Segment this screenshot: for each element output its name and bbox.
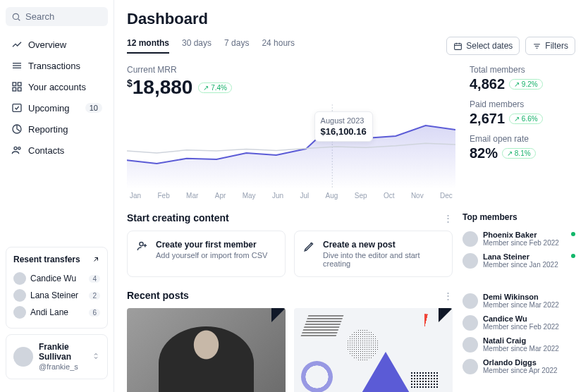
xaxis-label: Oct (384, 192, 395, 200)
svg-line-1 (18, 18, 20, 20)
member-row[interactable]: Lana SteinerMember since Jan 2022 (463, 250, 575, 271)
avatar (463, 315, 478, 331)
abstract-shape (301, 361, 333, 392)
nav-label: Contacts (28, 145, 64, 156)
sidebar-item-reporting[interactable]: Reporting (6, 119, 108, 139)
user-handle: @frankie_s (39, 362, 86, 372)
transfer-row[interactable]: Andi Lane6 (13, 304, 100, 321)
member-row[interactable]: Orlando DiggsMember since Apr 2022 (463, 355, 575, 377)
button-label: Filters (545, 41, 568, 51)
member-row[interactable]: Natali CraigMember since Mar 2022 (463, 333, 575, 355)
post-card[interactable] (294, 308, 453, 392)
search-placeholder: Search (25, 11, 54, 22)
member-since: Member since Apr 2022 (483, 367, 558, 374)
topbar: 12 months30 days7 days24 hours Select da… (127, 37, 575, 55)
abstract-shape (301, 315, 344, 336)
portrait-image (159, 326, 254, 392)
svg-rect-14 (455, 43, 462, 49)
search-icon (11, 12, 21, 22)
sidebar-item-accounts[interactable]: Your accounts (6, 77, 108, 97)
member-name: Lana Steiner (483, 252, 558, 261)
member-row[interactable]: Phoenix BakerMember since Feb 2022 (463, 228, 575, 250)
stat-paid-members: Paid members 2,671↗ 6.6% (470, 99, 575, 127)
upcoming-badge: 10 (85, 103, 102, 113)
sidebar: Search Overview Transactions Your accoun… (0, 0, 114, 392)
upcoming-icon (11, 102, 23, 114)
folded-corner-icon (271, 308, 286, 322)
member-name: Demi Wikinson (483, 293, 559, 301)
reporting-icon (11, 123, 23, 135)
transactions-icon (11, 60, 23, 71)
sidebar-item-overview[interactable]: Overview (6, 35, 108, 54)
current-user-card[interactable]: Frankie Sullivan @frankie_s (6, 334, 108, 379)
mrr-delta: ↗ 7.4% (198, 82, 232, 93)
calendar-icon (453, 42, 463, 51)
online-indicator-icon (571, 232, 575, 236)
xaxis-label: Jul (300, 192, 309, 200)
member-row[interactable]: Demi WikinsonMember since Mar 2022 (463, 290, 575, 312)
content-heading: Start creating content (127, 212, 229, 223)
avatar (463, 337, 478, 353)
select-dates-button[interactable]: Select dates (446, 37, 520, 55)
tab-7-days[interactable]: 7 days (224, 38, 249, 54)
chevron-updown-icon (92, 351, 100, 363)
resent-transfers-title: Resent transfers (13, 255, 80, 264)
avatar (463, 293, 478, 309)
folded-corner-icon (439, 308, 453, 322)
member-name: Candice Wu (483, 314, 559, 323)
edit-icon (303, 240, 316, 252)
transfer-name: Andi Lane (30, 307, 68, 317)
nav-label: Transactions (28, 61, 80, 71)
more-icon[interactable]: ⋮ (443, 213, 453, 223)
open-icon[interactable] (92, 255, 100, 264)
transfer-name: Lana Steiner (30, 290, 78, 300)
search-input[interactable]: Search (6, 7, 108, 26)
more-icon[interactable]: ⋮ (443, 290, 453, 301)
mrr-chart[interactable]: August 2023 $16,100.16 (127, 104, 455, 189)
member-since: Member since Feb 2022 (483, 239, 559, 247)
nav-label: Your accounts (28, 82, 86, 92)
svg-rect-9 (13, 104, 21, 112)
create-member-card[interactable]: Create your first member Add yourself or… (127, 231, 286, 277)
xaxis-label: Dec (440, 192, 453, 200)
avatar (13, 306, 26, 319)
create-post-card[interactable]: Create a new post Dive into the editor a… (294, 231, 453, 277)
transfer-count: 2 (89, 292, 100, 300)
post-card[interactable] (127, 308, 286, 392)
abstract-shape (361, 352, 410, 392)
sidebar-item-upcoming[interactable]: Upcoming 10 (6, 98, 108, 118)
xaxis-label: Nov (411, 192, 424, 200)
xaxis-label: Feb (158, 192, 170, 200)
button-label: Select dates (466, 41, 513, 51)
transfer-row[interactable]: Candice Wu4 (13, 270, 100, 287)
abstract-shape (410, 372, 439, 389)
member-name: Natali Craig (483, 336, 559, 345)
xaxis-label: Mar (186, 192, 198, 200)
xaxis-label: Jun (272, 192, 283, 200)
stat-total-members: Total members 4,862↗ 9.2% (470, 65, 575, 92)
tooltip-value: $16,100.16 (321, 126, 367, 137)
tab-30-days[interactable]: 30 days (182, 38, 212, 54)
sidebar-item-transactions[interactable]: Transactions (6, 56, 108, 75)
nav-label: Reporting (28, 124, 68, 135)
svg-rect-8 (18, 87, 21, 91)
top-members-column: Top members Phoenix BakerMember since Fe… (463, 212, 575, 277)
svg-point-12 (18, 147, 20, 149)
filters-button[interactable]: Filters (525, 37, 575, 55)
svg-point-11 (14, 147, 17, 149)
member-row[interactable]: Candice WuMember since Feb 2022 (463, 312, 575, 333)
chart-xaxis: JanFebMarAprMayJunJulAugSepOctNovDec (127, 192, 455, 200)
member-name: Orlando Diggs (483, 358, 558, 367)
transfer-row[interactable]: Lana Steiner2 (13, 287, 100, 304)
avatar (13, 347, 33, 367)
svg-rect-6 (18, 82, 21, 86)
top-members-heading: Top members (463, 212, 575, 222)
transfer-count: 6 (89, 309, 100, 317)
nav: Overview Transactions Your accounts Upco… (6, 35, 108, 160)
sidebar-item-contacts[interactable]: Contacts (6, 140, 108, 160)
stats-column: Total members 4,862↗ 9.2% Paid members 2… (470, 65, 575, 200)
page-title: Dashboard (127, 10, 575, 28)
tab-24-hours[interactable]: 24 hours (262, 38, 295, 54)
svg-point-0 (13, 13, 18, 19)
tab-12-months[interactable]: 12 months (127, 38, 169, 54)
